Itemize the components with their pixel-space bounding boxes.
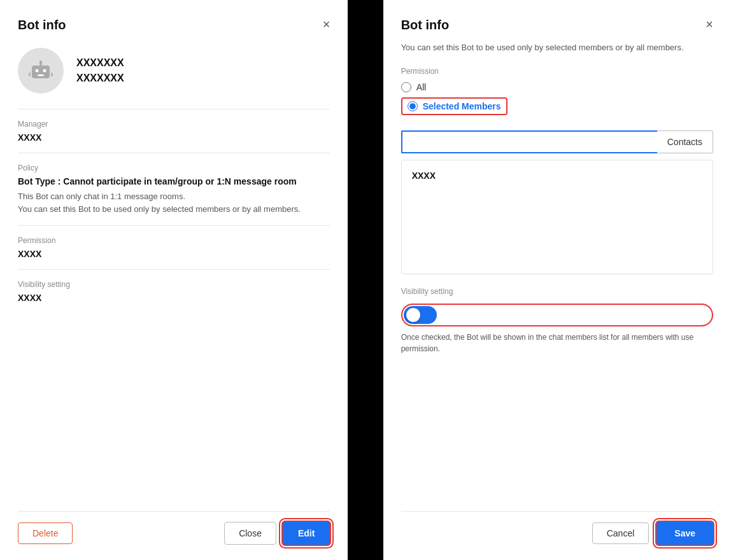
svg-point-1 <box>36 69 39 73</box>
visibility-desc: Once checked, the Bot will be shown in t… <box>401 332 713 354</box>
visibility-label-left: Visibility setting <box>18 280 330 289</box>
divider-3 <box>18 225 330 226</box>
visibility-value: XXXX <box>18 293 330 303</box>
manager-value: XXXX <box>18 132 330 143</box>
radio-all[interactable] <box>401 82 411 92</box>
bot-avatar-row: XXXXXXX XXXXXXX <box>18 48 330 94</box>
permission-label-right: Permission <box>401 67 713 76</box>
members-list-box: XXXX <box>401 160 713 274</box>
radio-selected-label[interactable]: Selected Members <box>423 101 501 111</box>
left-panel-title: Bot info <box>18 18 66 32</box>
save-button[interactable]: Save <box>656 522 713 545</box>
toggle-wrapper <box>401 304 713 326</box>
bot-avatar <box>18 48 64 94</box>
svg-rect-3 <box>38 74 44 76</box>
delete-button[interactable]: Delete <box>18 522 73 544</box>
right-close-button[interactable]: × <box>703 15 716 33</box>
search-input[interactable] <box>401 130 657 153</box>
contacts-button[interactable]: Contacts <box>657 130 713 153</box>
radio-all-label[interactable]: All <box>416 82 427 92</box>
divider-1 <box>18 109 330 109</box>
bot-names: XXXXXXX XXXXXXX <box>76 57 124 84</box>
radio-all-row: All <box>401 82 713 92</box>
bot-name-1: XXXXXXX <box>76 57 124 69</box>
search-contacts-row: Contacts <box>401 130 713 153</box>
bot-name-2: XXXXXXX <box>76 73 124 84</box>
left-close-button[interactable]: × <box>320 15 333 33</box>
close-button[interactable]: Close <box>224 522 276 545</box>
member-item: XXXX <box>412 171 702 181</box>
divider-4 <box>18 269 330 270</box>
right-description: You can set this Bot to be used only by … <box>401 41 713 54</box>
permission-value: XXXX <box>18 249 330 259</box>
cancel-button[interactable]: Cancel <box>592 522 649 544</box>
right-panel: Bot info × You can set this Bot to be us… <box>383 0 731 560</box>
radio-selected-members[interactable] <box>408 101 418 111</box>
visibility-toggle[interactable] <box>404 306 437 324</box>
svg-point-2 <box>43 69 46 73</box>
permission-label-left: Permission <box>18 236 330 245</box>
left-panel: Bot info × XXXXXXX XXXXXXX Manager XXXX … <box>0 0 348 560</box>
right-panel-title: Bot info <box>401 18 450 32</box>
toggle-knob <box>406 308 420 322</box>
manager-label: Manager <box>18 120 330 129</box>
radio-selected-members-group: Selected Members <box>401 97 507 115</box>
policy-desc: This Bot can only chat in 1:1 message ro… <box>18 190 330 215</box>
svg-rect-0 <box>32 66 50 78</box>
radio-selected-wrapper: Selected Members <box>401 97 713 123</box>
policy-title: Bot Type : Cannot participate in team/gr… <box>18 176 330 186</box>
separator <box>348 0 365 560</box>
svg-point-5 <box>39 60 42 63</box>
divider-2 <box>18 153 330 153</box>
policy-label: Policy <box>18 164 330 172</box>
edit-button[interactable]: Edit <box>283 522 330 545</box>
right-footer: Cancel Save <box>401 511 713 545</box>
visibility-label-right: Visibility setting <box>401 287 713 296</box>
left-footer: Delete Close Edit <box>18 511 330 545</box>
